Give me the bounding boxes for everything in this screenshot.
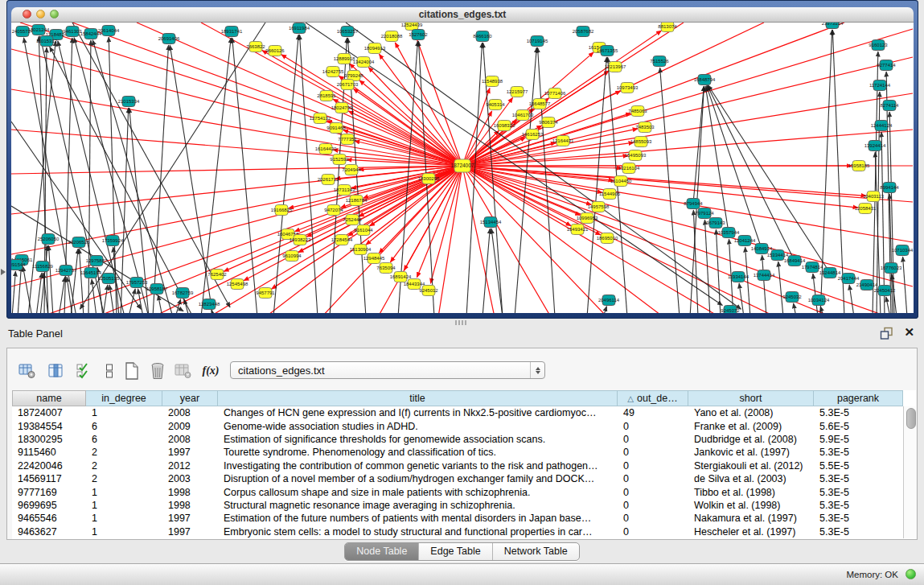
table-cell: Stergiakouli et al. (2012) xyxy=(688,460,814,472)
table-panel-title: Table Panel xyxy=(8,328,63,340)
network-edge xyxy=(587,57,606,313)
node-label: 10034124 xyxy=(808,298,830,303)
table-cell: 5.3E-5 xyxy=(814,500,903,511)
node-label: 9160123 xyxy=(869,43,888,47)
table-cell: 2 xyxy=(86,447,162,458)
table-cell: 9777169 xyxy=(12,487,86,498)
node-label: 21490414 xyxy=(856,282,878,287)
sort-ascending-icon: △ xyxy=(627,394,634,403)
table-row[interactable]: 1872400712008Changes of HCN gene express… xyxy=(12,406,916,419)
node-label: 13744414 xyxy=(754,273,775,278)
network-edge xyxy=(59,277,65,313)
node-label: 22018088 xyxy=(381,34,403,39)
table-cell: 2012 xyxy=(162,460,218,472)
node-label: 10403113 xyxy=(863,194,885,199)
node-label: 18094913 xyxy=(364,46,386,51)
node-label: 10973493 xyxy=(617,85,639,90)
new-table-icon[interactable] xyxy=(120,360,144,382)
column-header-label: in_degree xyxy=(101,393,146,404)
table-row[interactable]: 911546021997Tourette syndrome. Phenomeno… xyxy=(12,446,916,459)
node-label: 12164431 xyxy=(552,138,574,143)
status-bar: Memory: OK xyxy=(0,563,924,585)
tab-node-table[interactable]: Node Table xyxy=(345,543,418,560)
table-scrollbar-thumb[interactable] xyxy=(906,408,916,429)
node-label: 16776023 xyxy=(881,266,902,270)
node-label: 9245032 xyxy=(782,295,802,299)
column-checklist-icon[interactable] xyxy=(72,360,96,382)
column-header-title[interactable]: title xyxy=(218,390,618,406)
node-label: 17359924 xyxy=(102,238,124,243)
column-header-short[interactable]: short xyxy=(688,390,814,406)
network-edge xyxy=(603,307,606,313)
tab-network-table[interactable]: Network Table xyxy=(492,543,579,560)
node-label: 13216104 xyxy=(618,166,640,171)
network-edge xyxy=(48,245,53,313)
network-select-dropdown[interactable]: citations_edges.txt xyxy=(230,361,545,379)
column-header-year[interactable]: year xyxy=(162,390,218,406)
network-window-titlebar[interactable]: citations_edges.txt xyxy=(11,7,914,23)
table-row[interactable]: 1456911722003Disruption of a novel membe… xyxy=(12,472,916,485)
delete-table-icon[interactable] xyxy=(146,360,170,382)
network-graph[interactable]: 1154893812215977940531410461703160983201… xyxy=(11,23,914,313)
float-window-icon[interactable] xyxy=(880,327,893,340)
column-header-in_degree[interactable]: in_degree xyxy=(86,390,162,406)
table-cell: 2008 xyxy=(162,434,218,445)
node-label: 10461703 xyxy=(512,113,534,117)
table-cell: 2008 xyxy=(162,407,218,418)
table-row[interactable]: 1830029562008Estimation of significance … xyxy=(12,433,916,446)
table-cell: 5.3E-5 xyxy=(814,513,903,524)
node-label: 14957598 xyxy=(588,204,610,209)
network-edge xyxy=(886,297,890,313)
table-cell: 5.5E-5 xyxy=(814,460,903,472)
column-header-pagerank[interactable]: pagerank xyxy=(814,390,903,406)
dropdown-stepper-icon xyxy=(530,362,544,378)
node-label: 14616253 xyxy=(522,132,544,137)
network-view-window: citations_edges.txt 11548938122159779405… xyxy=(6,0,918,319)
table-row[interactable]: 977716911998Corpus callosum shape and si… xyxy=(12,485,916,498)
node-label: 12041244 xyxy=(734,238,756,243)
table-row[interactable]: 2242004622012Investigating the contribut… xyxy=(12,459,916,472)
table-cell: 19384554 xyxy=(12,421,86,432)
table-cell: 0 xyxy=(618,473,688,484)
column-header-out_de[interactable]: △out_de… xyxy=(618,390,688,406)
node-label: 7515526 xyxy=(650,59,669,64)
network-edge xyxy=(462,29,913,166)
function-builder-icon[interactable]: f(x) xyxy=(199,360,223,382)
tab-edge-table[interactable]: Edge Table xyxy=(418,543,491,560)
column-header-name[interactable]: name xyxy=(12,390,86,406)
table-row[interactable]: 969969511998Structural magnetic resonanc… xyxy=(12,499,916,512)
column-header-label: pagerank xyxy=(837,393,879,404)
table-cell: Embryonic stem cells: a model to study s… xyxy=(218,526,618,538)
table-row[interactable]: 946362711997Embryonic stem cells: a mode… xyxy=(12,525,916,538)
network-edge xyxy=(794,303,796,313)
node-label: 9799248 xyxy=(344,73,363,78)
network-edge xyxy=(462,71,609,166)
node-label: 13424004 xyxy=(353,60,375,64)
table-row[interactable]: 946554611997Estimation of the future num… xyxy=(12,512,916,525)
table-body: 1872400712008Changes of HCN gene express… xyxy=(12,406,916,538)
node-label: 20614044 xyxy=(98,28,120,33)
table-scrollbar[interactable] xyxy=(903,406,916,538)
table-columns-icon[interactable] xyxy=(44,360,68,382)
table-cell: Wolkin et al. (1998) xyxy=(688,500,814,511)
node-label: 8813074 xyxy=(658,24,677,29)
node-label: 13924414 xyxy=(864,143,886,148)
node-label: 16782759 xyxy=(172,290,194,295)
node-label: 18724007 xyxy=(451,163,474,168)
node-label: 12444124 xyxy=(871,123,893,128)
node-label: 12213967 xyxy=(605,64,626,69)
node-label: 9472074 xyxy=(324,208,343,212)
network-edge xyxy=(153,45,169,313)
table-cell: 0 xyxy=(618,434,688,445)
rows-icon[interactable] xyxy=(97,360,121,382)
network-canvas[interactable]: 1154893812215977940531410461703160983201… xyxy=(11,23,914,313)
network-edge xyxy=(170,45,213,313)
column-header-label: out_de… xyxy=(637,393,678,404)
table-cell: 5.3E-5 xyxy=(814,487,903,498)
table-cell: 1 xyxy=(86,526,162,538)
table-row[interactable]: 1938455462009Genome-wide association stu… xyxy=(12,419,916,432)
table-settings-icon[interactable] xyxy=(15,360,39,382)
network-edge xyxy=(778,262,783,313)
splitter-collapse-arrow[interactable] xyxy=(1,269,6,275)
close-panel-icon[interactable]: ✕ xyxy=(904,325,914,339)
